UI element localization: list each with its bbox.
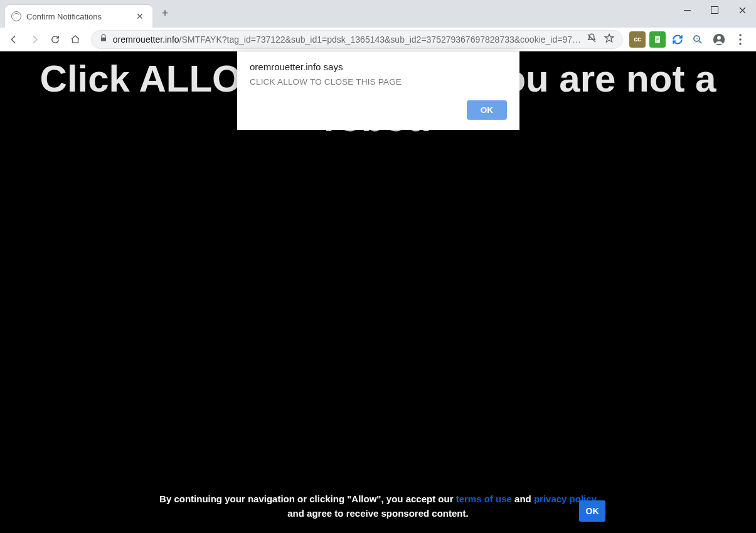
alert-ok-button[interactable]: OK xyxy=(467,100,507,120)
js-alert-dialog: oremrouetter.info says CLICK ALLOW TO CL… xyxy=(237,51,519,130)
home-button[interactable] xyxy=(67,30,85,49)
extension-cc-icon[interactable]: cc xyxy=(629,31,646,48)
svg-rect-0 xyxy=(101,37,106,41)
consent-ok-button[interactable]: OK xyxy=(579,500,605,522)
browser-toolbar: oremrouetter.info/SMTFAYK?tag_id=737122&… xyxy=(0,28,756,51)
svg-point-7 xyxy=(739,38,742,41)
address-bar[interactable]: oremrouetter.info/SMTFAYK?tag_id=737122&… xyxy=(91,30,623,49)
profile-button[interactable] xyxy=(710,30,728,49)
reload-button[interactable] xyxy=(46,30,64,49)
notification-muted-icon[interactable] xyxy=(586,33,597,46)
toolbar-right: cc xyxy=(629,30,751,49)
omnibox-actions xyxy=(586,33,615,46)
forward-button[interactable] xyxy=(26,30,44,49)
alert-origin: oremrouetter.info says xyxy=(250,61,507,72)
titlebar: Confirm Notifications ✕ + xyxy=(0,0,756,28)
url-text: oremrouetter.info/SMTFAYK?tag_id=737122&… xyxy=(113,34,581,45)
alert-message: CLICK ALLOW TO CLOSE THIS PAGE xyxy=(250,77,507,87)
svg-point-8 xyxy=(739,43,742,45)
star-icon[interactable] xyxy=(604,33,615,46)
extension-doc-icon[interactable] xyxy=(649,31,666,48)
extension-sync-icon[interactable] xyxy=(669,31,686,48)
extension-search-icon[interactable] xyxy=(689,31,706,48)
globe-icon xyxy=(11,11,21,21)
consent-bar: By continuing your navigation or clickin… xyxy=(0,483,756,533)
close-window-button[interactable] xyxy=(728,0,756,20)
tab-title: Confirm Notifications xyxy=(26,12,129,21)
new-tab-button[interactable]: + xyxy=(156,4,174,22)
svg-point-5 xyxy=(717,36,721,40)
window-controls xyxy=(673,0,756,25)
url-domain: oremrouetter.info xyxy=(113,34,179,45)
lock-icon xyxy=(99,34,108,45)
svg-point-3 xyxy=(696,38,698,40)
svg-point-6 xyxy=(739,34,742,36)
kebab-menu-icon[interactable] xyxy=(732,30,748,49)
browser-tab[interactable]: Confirm Notifications ✕ xyxy=(5,5,152,28)
maximize-button[interactable] xyxy=(701,0,728,20)
minimize-button[interactable] xyxy=(673,0,701,20)
terms-link[interactable]: terms of use xyxy=(456,493,512,504)
back-button[interactable] xyxy=(5,30,23,49)
url-path: /SMTFAYK?tag_id=737122&sub_id1=pdsk_1365… xyxy=(179,34,581,45)
consent-text: By continuing your navigation or clickin… xyxy=(152,492,604,520)
close-tab-icon[interactable]: ✕ xyxy=(134,10,146,23)
